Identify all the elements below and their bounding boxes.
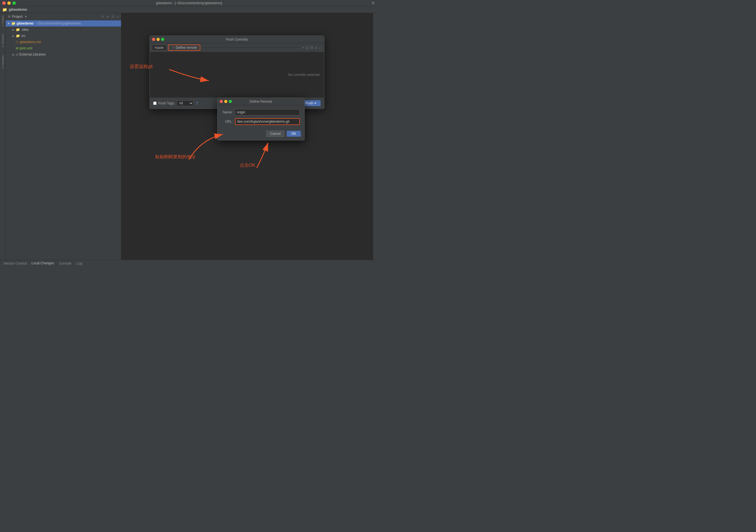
sync-icon[interactable]: ⟳: [101, 15, 104, 19]
push-dialog-body: No commits selected: [150, 52, 324, 97]
minimize-button[interactable]: [7, 1, 11, 5]
dr-cancel-button[interactable]: Cancel: [266, 131, 284, 137]
project-panel-header: ⊞ Project ▼ ⟳ ⊕ ⚙ ≡: [6, 13, 121, 20]
define-remote-footer: Cancel OK: [218, 129, 304, 140]
sidebar-tab-structure[interactable]: 2: Structure: [1, 33, 5, 48]
push-icon-3[interactable]: ⊟: [310, 46, 313, 50]
help-button[interactable]: ?: [196, 101, 198, 105]
main-content: Push Commits maste → Define remote ↗ ◫ ⊟…: [121, 13, 373, 260]
tree-item-pom[interactable]: M pom.xml: [6, 45, 121, 51]
dr-maximize-btn[interactable]: [229, 100, 232, 103]
iml-file-icon: ⬡: [16, 40, 19, 44]
tree-item-idea[interactable]: ▶ 📁 .idea: [6, 27, 121, 33]
push-close-btn[interactable]: [152, 38, 155, 41]
push-minimize-btn[interactable]: [156, 38, 160, 41]
tree-item-ext-libs[interactable]: ▶ ||| External Libraries: [6, 51, 121, 58]
dropdown-arrow-icon[interactable]: ▼: [24, 15, 27, 18]
tree-root-item[interactable]: ▼ 📁 giteedemo ~/Documents/temp/giteedemo: [6, 20, 121, 27]
vc-tabs-bar: Version Control: Local Changes Console L…: [0, 260, 378, 266]
push-dropdown-arrow[interactable]: ▼: [314, 102, 316, 105]
vc-panel: Version Control: Local Changes Console L…: [0, 260, 378, 266]
push-icon-1[interactable]: ↗: [301, 46, 304, 50]
dr-ok-button[interactable]: OK: [286, 131, 301, 137]
ext-libs-icon: |||: [16, 53, 18, 56]
no-commits-text: No commits selected: [288, 73, 320, 77]
maximize-button[interactable]: [13, 1, 16, 5]
pom-label: pom.xml: [19, 46, 32, 50]
settings-icon[interactable]: ⚙: [371, 1, 376, 5]
name-form-row: Name:: [222, 109, 300, 115]
gear-icon[interactable]: ⚙: [111, 15, 115, 19]
define-remote-button[interactable]: → Define remote: [168, 44, 201, 51]
idea-label: .idea: [21, 28, 29, 32]
name-input[interactable]: [235, 109, 300, 115]
tree-item-iml[interactable]: ⬡ giteedemo.iml: [6, 39, 121, 45]
tab-console[interactable]: Console: [57, 260, 74, 266]
push-tags-label: Push Tags:: [158, 101, 175, 105]
url-form-row: URL:: [222, 118, 300, 125]
tab-local-changes[interactable]: Local Changes: [29, 260, 56, 266]
push-dialog-traffic-lights[interactable]: [152, 38, 164, 41]
ext-arrow-icon: ▶: [13, 53, 15, 56]
annotation-set-remote: 设置远程git: [130, 64, 152, 70]
dr-minimize-btn[interactable]: [224, 100, 228, 103]
idea-folder-icon: 📁: [16, 28, 20, 32]
push-icon-5[interactable]: ⬚: [319, 46, 322, 50]
toolbar-spacer: [202, 47, 300, 48]
push-commits-title-bar: Push Commits: [150, 36, 324, 43]
branch-label: maste: [154, 46, 164, 50]
name-label: Name:: [222, 110, 233, 114]
push-tags-checkbox[interactable]: [153, 101, 156, 105]
src-arrow-icon: ▶: [13, 35, 15, 38]
vc-prefix: Version Control:: [2, 260, 29, 266]
right-sidebar: [373, 13, 378, 260]
src-label: src: [21, 34, 26, 38]
url-input[interactable]: [235, 118, 300, 125]
sidebar-tab-favorites[interactable]: 2: Favorites: [1, 54, 5, 69]
branch-selector[interactable]: maste: [152, 45, 166, 50]
tree-item-src[interactable]: ▶ 📁 src: [6, 33, 121, 39]
define-remote-title-bar: Define Remote: [218, 98, 304, 105]
close-button[interactable]: [2, 1, 6, 5]
push-maximize-btn[interactable]: [161, 38, 164, 41]
define-remote-dialog: Define Remote Name: URL: Cancel OK: [217, 97, 305, 141]
project-panel: ⊞ Project ▼ ⟳ ⊕ ⚙ ≡ ▼ 📁 giteedemo ~/Docu…: [6, 13, 121, 260]
project-tree: ▼ 📁 giteedemo ~/Documents/temp/giteedemo…: [6, 20, 121, 260]
push-toolbar-right-icons: ↗ ◫ ⊟ ≡ ⬚: [301, 46, 322, 50]
project-header-icons: ⟳ ⊕ ⚙ ≡: [101, 15, 119, 19]
root-path: ~/Documents/temp/giteedemo: [36, 21, 81, 25]
define-remote-title: Define Remote: [250, 99, 272, 103]
push-dialog-title: Push Commits: [226, 38, 248, 41]
project-label: Project: [12, 15, 23, 19]
root-name: giteedemo: [17, 21, 34, 25]
root-folder-icon: 📁: [11, 21, 15, 25]
iml-label: giteedemo.iml: [20, 40, 41, 44]
plus-icon[interactable]: ⊕: [106, 15, 109, 19]
root-arrow-icon: ▼: [7, 22, 10, 25]
window-title: giteedemo - [~/Documents/temp/giteedemo]: [156, 1, 222, 5]
annotation-paste-address: 粘贴刚刚复制的地址: [155, 154, 196, 160]
left-sidebar: 1: Project 2: Structure 2: Favorites: [0, 13, 6, 260]
dr-close-btn[interactable]: [220, 100, 223, 103]
layout-icon[interactable]: ≡: [117, 15, 119, 19]
url-label: URL:: [222, 120, 233, 123]
dr-traffic-lights[interactable]: [220, 100, 232, 103]
sidebar-tab-project[interactable]: 1: Project: [1, 15, 5, 27]
push-dialog-toolbar: maste → Define remote ↗ ◫ ⊟ ≡ ⬚: [150, 43, 324, 52]
push-icon-2[interactable]: ◫: [306, 46, 309, 50]
push-tags-select[interactable]: All: [176, 100, 194, 106]
tab-log[interactable]: Log: [74, 260, 84, 266]
ext-libs-label: External Libraries: [19, 52, 46, 56]
project-icon: ⊞: [8, 15, 11, 18]
push-tags-section: Push Tags: All: [153, 100, 194, 106]
title-right-icons: ⚙: [371, 1, 376, 5]
pom-file-icon: M: [16, 46, 18, 50]
src-folder-icon: 📁: [16, 34, 20, 38]
traffic-lights[interactable]: [2, 1, 16, 5]
define-remote-body: Name: URL:: [218, 105, 304, 129]
app-name: giteedemo: [9, 7, 27, 12]
annotation-click-ok: 点击OK: [240, 163, 255, 169]
app-folder-icon: 📁: [2, 7, 7, 12]
push-icon-4[interactable]: ≡: [315, 46, 317, 50]
idea-arrow-icon: ▶: [13, 28, 15, 31]
